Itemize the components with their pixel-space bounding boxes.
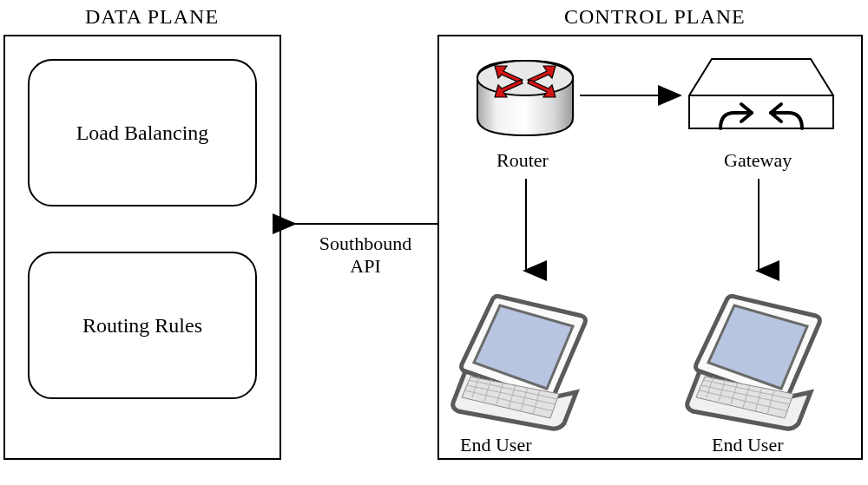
router-icon bbox=[469, 49, 582, 144]
load-balancing-label: Load Balancing bbox=[76, 121, 209, 145]
routing-rules-label: Routing Rules bbox=[82, 314, 202, 338]
gateway-icon bbox=[687, 50, 835, 137]
laptop-icon-right bbox=[682, 292, 838, 430]
data-plane-title: DATA PLANE bbox=[85, 5, 219, 29]
southbound-api-line2: API bbox=[350, 255, 380, 277]
router-label: Router bbox=[496, 149, 549, 172]
load-balancing-box: Load Balancing bbox=[28, 59, 257, 206]
svg-point-1 bbox=[477, 61, 573, 95]
router-to-gateway-arrow bbox=[580, 87, 691, 104]
router-to-enduser-arrow bbox=[517, 179, 535, 283]
end-user-label-right: End User bbox=[712, 434, 783, 456]
laptop-icon-left bbox=[448, 292, 604, 430]
gateway-to-enduser-arrow bbox=[750, 179, 767, 283]
gateway-label: Gateway bbox=[724, 149, 792, 172]
southbound-api-label: Southbound API bbox=[309, 233, 422, 278]
control-plane-title: CONTROL PLANE bbox=[564, 5, 746, 29]
southbound-api-arrow bbox=[281, 215, 437, 233]
routing-rules-box: Routing Rules bbox=[28, 252, 257, 399]
end-user-label-left: End User bbox=[460, 434, 531, 456]
southbound-api-line1: Southbound bbox=[319, 233, 411, 254]
